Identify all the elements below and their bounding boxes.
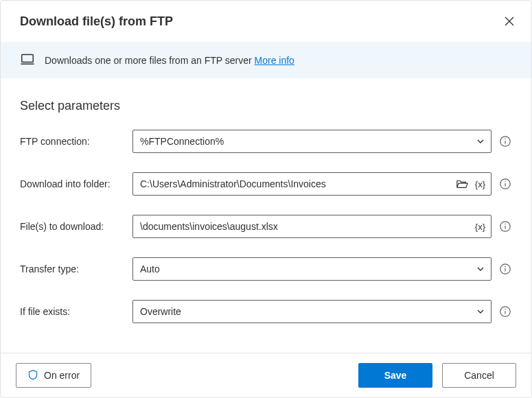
insert-variable-button[interactable]: {x} xyxy=(474,178,487,191)
chevron-down-icon xyxy=(474,263,487,275)
files-to-download-input[interactable]: \documents\invoices\august.xlsx {x} xyxy=(132,215,491,238)
info-download-folder[interactable] xyxy=(498,177,512,191)
svg-point-15 xyxy=(505,309,505,309)
save-button[interactable]: Save xyxy=(358,363,432,388)
transfer-type-select[interactable]: Auto xyxy=(132,257,491,281)
banner-text: Downloads one or more files from an FTP … xyxy=(45,55,255,66)
ftp-connection-select[interactable]: %FTPConnection% xyxy=(132,130,491,153)
dialog-footer: On error Save Cancel xyxy=(1,353,531,397)
label-transfer-type: Transfer type: xyxy=(20,264,127,274)
info-transfer-type[interactable] xyxy=(498,262,512,276)
browse-folder-button[interactable] xyxy=(454,177,470,191)
label-ftp-connection: FTP connection: xyxy=(20,136,127,147)
row-files-to-download: File(s) to download: \documents\invoices… xyxy=(20,215,512,238)
label-if-file-exists: If file exists: xyxy=(20,306,127,317)
info-banner: Downloads one or more files from an FTP … xyxy=(1,42,531,78)
files-to-download-value: \documents\invoices\august.xlsx xyxy=(140,221,468,232)
info-if-file-exists[interactable] xyxy=(498,305,512,318)
label-download-folder: Download into folder: xyxy=(20,178,127,189)
if-file-exists-value: Overwrite xyxy=(140,306,469,317)
close-icon xyxy=(505,16,514,26)
dialog-header: Download file(s) from FTP xyxy=(1,1,531,42)
shield-icon xyxy=(27,369,38,382)
dialog-title: Download file(s) from FTP xyxy=(20,14,173,29)
row-transfer-type: Transfer type: Auto xyxy=(20,257,512,281)
banner-description: Downloads one or more files from an FTP … xyxy=(45,55,294,66)
on-error-button[interactable]: On error xyxy=(16,363,91,388)
insert-variable-button[interactable]: {x} xyxy=(474,220,487,233)
if-file-exists-select[interactable]: Overwrite xyxy=(132,300,491,323)
info-files-to-download[interactable] xyxy=(498,220,512,233)
cancel-label: Cancel xyxy=(464,370,494,381)
label-files-to-download: File(s) to download: xyxy=(20,221,127,232)
chevron-down-icon xyxy=(474,305,487,318)
monitor-icon xyxy=(20,51,35,69)
section-heading: Select parameters xyxy=(20,99,512,113)
svg-point-6 xyxy=(505,181,505,182)
parameters-section: Select parameters FTP connection: %FTPCo… xyxy=(1,78,531,323)
row-if-file-exists: If file exists: Overwrite xyxy=(20,300,512,323)
on-error-label: On error xyxy=(44,370,80,381)
svg-point-9 xyxy=(505,224,505,224)
download-folder-value: C:\Users\Administrator\Documents\Invoice… xyxy=(140,178,449,189)
svg-point-3 xyxy=(505,139,505,139)
ftp-connection-value: %FTPConnection% xyxy=(140,136,469,147)
close-button[interactable] xyxy=(501,13,518,30)
svg-point-12 xyxy=(505,266,505,267)
chevron-down-icon xyxy=(474,135,487,148)
more-info-link[interactable]: More info xyxy=(255,55,294,66)
save-label: Save xyxy=(384,370,407,381)
row-ftp-connection: FTP connection: %FTPConnection% xyxy=(20,130,512,153)
cancel-button[interactable]: Cancel xyxy=(442,363,516,388)
row-download-folder: Download into folder: C:\Users\Administr… xyxy=(20,172,512,196)
download-folder-input[interactable]: C:\Users\Administrator\Documents\Invoice… xyxy=(132,172,491,196)
folder-open-icon xyxy=(456,178,468,189)
svg-rect-0 xyxy=(22,55,34,62)
transfer-type-value: Auto xyxy=(140,264,469,274)
info-ftp-connection[interactable] xyxy=(498,134,512,148)
